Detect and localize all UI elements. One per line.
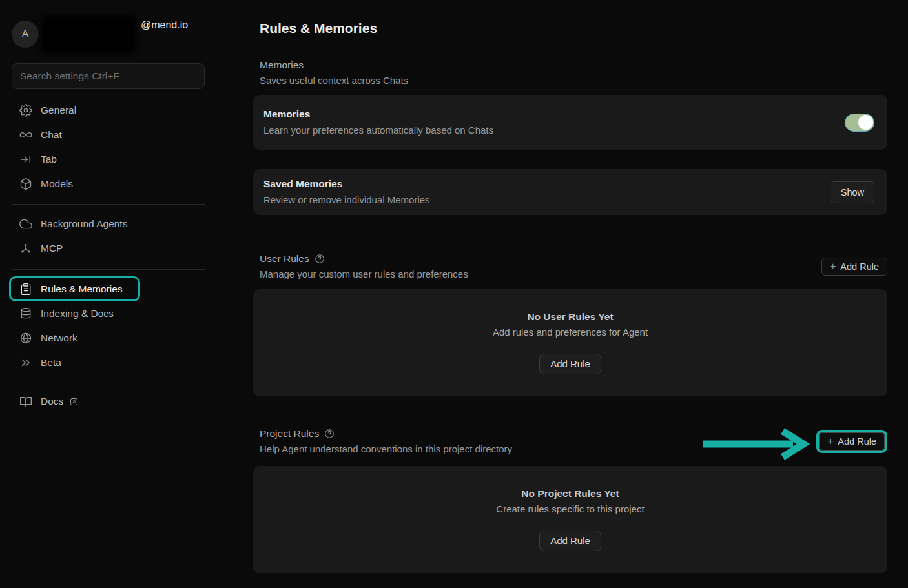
user-rules-header: User Rules Manage your custom user rules… bbox=[260, 251, 468, 282]
saved-memories-card-description: Review or remove individual Memories bbox=[263, 192, 430, 208]
memories-card-title: Memories bbox=[263, 107, 493, 121]
sidebar-item-label: Tab bbox=[41, 154, 57, 165]
plus-icon: + bbox=[827, 436, 833, 447]
sidebar-divider bbox=[12, 383, 205, 383]
search-settings-input[interactable] bbox=[12, 63, 205, 89]
saved-memories-card: Saved Memories Review or remove individu… bbox=[253, 169, 887, 215]
sidebar-item-label: Indexing & Docs bbox=[41, 308, 114, 319]
help-icon bbox=[315, 254, 325, 264]
clipboard-icon bbox=[19, 283, 32, 296]
add-project-rule-button-label: Add Rule bbox=[838, 436, 876, 447]
gear-icon bbox=[19, 104, 32, 117]
cube-icon bbox=[19, 177, 32, 190]
project-rules-empty-title: No Project Rules Yet bbox=[521, 486, 619, 502]
sidebar-item-general[interactable]: General bbox=[12, 98, 205, 123]
sidebar-group: Rules & MemoriesIndexing & DocsNetworkBe… bbox=[12, 277, 205, 375]
sidebar-item-label: Docs bbox=[41, 396, 63, 407]
sidebar-group: GeneralChatTabModels bbox=[12, 98, 205, 196]
book-icon bbox=[19, 395, 32, 408]
database-icon bbox=[19, 307, 32, 320]
sidebar-item-docs[interactable]: Docs bbox=[12, 389, 205, 414]
toggle-knob bbox=[858, 115, 873, 130]
project-rules-description: Help Agent understand conventions in thi… bbox=[260, 441, 512, 457]
user-rules-empty-card: No User Rules Yet Add rules and preferen… bbox=[253, 289, 887, 396]
cloud-icon bbox=[19, 218, 32, 230]
globe-icon bbox=[19, 332, 32, 345]
user-rules-empty-title: No User Rules Yet bbox=[527, 309, 613, 325]
sidebar-item-rules-memories[interactable]: Rules & Memories bbox=[12, 277, 205, 301]
project-rules-empty-description: Create rules specific to this project bbox=[496, 502, 644, 517]
saved-memories-card-title: Saved Memories bbox=[263, 177, 430, 191]
add-project-rule-button[interactable]: + Add Rule bbox=[819, 432, 885, 451]
tab-arrow-icon bbox=[19, 153, 32, 166]
project-rules-empty-card: No Project Rules Yet Create rules specif… bbox=[253, 466, 887, 573]
nodes-icon bbox=[19, 242, 32, 255]
sidebar-item-indexing-docs[interactable]: Indexing & Docs bbox=[12, 301, 205, 326]
sidebar-item-label: Models bbox=[41, 178, 73, 190]
add-user-rule-button[interactable]: + Add Rule bbox=[821, 258, 887, 276]
sidebar-group: Docs bbox=[12, 389, 205, 414]
user-rules-label: User Rules bbox=[260, 251, 309, 267]
settings-sidebar: A @mend.io GeneralChatTabModelsBackgroun… bbox=[0, 0, 232, 588]
sidebar-item-tab[interactable]: Tab bbox=[12, 147, 205, 172]
memories-card-text: Memories Learn your preferences automati… bbox=[263, 107, 493, 138]
add-user-rule-empty-button[interactable]: Add Rule bbox=[539, 354, 601, 374]
settings-content: Rules & Memories Memories Saves useful c… bbox=[253, 0, 887, 573]
help-icon bbox=[324, 429, 335, 439]
sidebar-item-background-agents[interactable]: Background Agents bbox=[12, 212, 205, 236]
sidebar-divider bbox=[12, 204, 205, 205]
user-rules-empty-description: Add rules and preferences for Agent bbox=[493, 325, 648, 340]
sidebar-divider bbox=[12, 269, 205, 270]
saved-memories-card-text: Saved Memories Review or remove individu… bbox=[263, 177, 430, 208]
sidebar-item-label: Background Agents bbox=[41, 218, 127, 230]
add-user-rule-button-label: Add Rule bbox=[840, 261, 879, 272]
memories-card: Memories Learn your preferences automati… bbox=[253, 95, 887, 150]
user-rules-description: Manage your custom user rules and prefer… bbox=[260, 267, 468, 282]
add-project-rule-empty-button[interactable]: Add Rule bbox=[539, 531, 601, 551]
memories-section-header: Memories Saves useful context across Cha… bbox=[260, 57, 887, 88]
sidebar-item-label: General bbox=[41, 105, 76, 116]
chevrons-icon bbox=[19, 356, 32, 369]
sidebar-item-beta[interactable]: Beta bbox=[12, 350, 205, 375]
sidebar-item-models[interactable]: Models bbox=[12, 172, 205, 196]
sidebar-item-network[interactable]: Network bbox=[12, 326, 205, 350]
external-link-icon bbox=[69, 397, 79, 407]
page-title: Rules & Memories bbox=[260, 21, 887, 36]
sidebar-item-label: Rules & Memories bbox=[41, 283, 123, 295]
memories-card-description: Learn your preferences automatically bas… bbox=[263, 123, 493, 138]
project-rules-header: Project Rules Help Agent understand conv… bbox=[260, 426, 512, 457]
show-saved-memories-button[interactable]: Show bbox=[831, 181, 874, 203]
sidebar-item-label: Chat bbox=[41, 129, 62, 141]
sidebar-group: Background AgentsMCP bbox=[12, 212, 205, 261]
memories-toggle[interactable] bbox=[845, 114, 874, 132]
infinity-icon bbox=[19, 128, 32, 141]
account-email-suffix: @mend.io bbox=[141, 19, 188, 31]
memories-section-label: Memories bbox=[260, 57, 304, 73]
avatar: A bbox=[12, 21, 39, 48]
annotation-box-add-rule: + Add Rule bbox=[816, 430, 887, 453]
sidebar-item-label: MCP bbox=[41, 243, 63, 254]
user-rules-header-row: User Rules Manage your custom user rules… bbox=[253, 251, 887, 282]
sidebar-item-mcp[interactable]: MCP bbox=[12, 236, 205, 261]
account-row: A @mend.io bbox=[12, 15, 188, 53]
memories-section-description: Saves useful context across Chats bbox=[260, 73, 887, 88]
plus-icon: + bbox=[830, 261, 836, 272]
project-rules-label: Project Rules bbox=[260, 426, 319, 441]
project-rules-header-row: Project Rules Help Agent understand conv… bbox=[253, 426, 887, 457]
sidebar-item-label: Beta bbox=[41, 357, 61, 369]
sidebar-item-label: Network bbox=[41, 332, 77, 344]
redacted-username bbox=[41, 15, 136, 53]
sidebar-item-chat[interactable]: Chat bbox=[12, 123, 205, 147]
